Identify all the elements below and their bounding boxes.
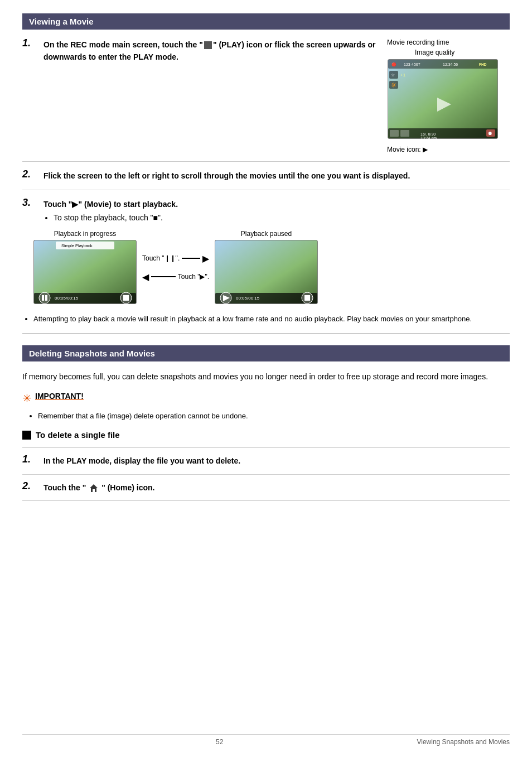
svg-text:FHD: FHD <box>479 62 487 66</box>
important-icon: ✳ <box>22 392 32 405</box>
page-footer: 52 Viewing Snapshots and Movies <box>22 734 510 746</box>
footer-page-number: 52 <box>216 738 223 746</box>
step-3-content: Touch "▶" (Movie) to start playback. To … <box>43 198 178 221</box>
svg-rect-14 <box>390 130 399 137</box>
touch-pause-label: Touch "❙❙". <box>142 254 180 262</box>
sub-section-header: To delete a single file <box>22 430 510 440</box>
delete-step-1: 1. In the PLAY mode, display the file yo… <box>22 447 510 474</box>
movie-icon-label: Movie icon: ▶ <box>387 146 510 153</box>
svg-text:+1: +1 <box>400 73 406 78</box>
delete-step-1-text: In the PLAY mode, display the file you w… <box>43 455 240 467</box>
sub-section-label: To delete a single file <box>36 430 120 440</box>
delete-step-2-text: Touch the " " (Home) icon. <box>43 481 154 494</box>
playback-paused-screen: 00:05/00:15 <box>215 240 318 304</box>
svg-rect-30 <box>123 295 129 301</box>
svg-rect-38 <box>304 295 310 301</box>
playback-diagrams: Playback in progress Simple Playback <box>33 230 510 306</box>
svg-text:16/. 6/30: 16/. 6/30 <box>420 132 436 136</box>
important-note-text: Remember that a file (image) delete oper… <box>38 411 510 422</box>
svg-rect-15 <box>400 130 409 137</box>
playback-paused-label: Playback paused <box>215 230 318 238</box>
svg-text:00:05/00:15: 00:05/00:15 <box>55 296 79 301</box>
playback-progress-area: Playback in progress Simple Playback <box>33 230 137 306</box>
svg-rect-1 <box>388 60 497 138</box>
step-1-text: On the REC mode main screen, touch the "… <box>43 38 376 64</box>
camera-annotations: Movie recording time Image quality <box>387 38 510 153</box>
svg-marker-39 <box>90 484 98 492</box>
step-1-number: 1. <box>22 37 38 64</box>
camera-screen-svg: 123-4567 🔴 12:34:56 FHD ☆ +1 🔆 <box>387 59 499 139</box>
svg-text:123-4567: 123-4567 <box>404 62 420 66</box>
step-3-container: 3. Touch "▶" (Movie) to start playback. … <box>22 190 510 325</box>
touch-play-label: Touch "▶". <box>178 273 209 281</box>
camera-screen-wrapper: 123-4567 🔴 12:34:56 FHD ☆ +1 🔆 <box>387 59 510 141</box>
footer-section-label: Viewing Snapshots and Movies <box>417 738 510 746</box>
step-3-number: 3. <box>22 197 38 221</box>
svg-text:🔴: 🔴 <box>391 62 396 67</box>
playback-paused-area: Playback paused <box>215 230 318 306</box>
step-1-right: Movie recording time Image quality <box>387 38 510 153</box>
svg-text:Simple Playback: Simple Playback <box>61 243 93 248</box>
viewing-header: Viewing a Movie <box>22 13 510 30</box>
section-divider <box>22 333 510 334</box>
step-3-bullet: To stop the playback, touch "■". <box>54 213 178 222</box>
svg-text:🔆: 🔆 <box>391 82 396 88</box>
deleting-header: Deleting Snapshots and Movies <box>22 345 510 361</box>
playback-note: Attempting to play back a movie will res… <box>33 314 510 325</box>
touch-pause-row: Touch "❙❙". ▶ <box>142 253 209 264</box>
deleting-section: Deleting Snapshots and Movies If memory … <box>22 345 510 502</box>
svg-text:⏺: ⏺ <box>487 131 492 136</box>
home-icon <box>89 484 98 493</box>
svg-point-25 <box>39 292 50 303</box>
right-arrow-icon: ▶ <box>202 253 209 264</box>
left-arrow-icon: ◀ <box>142 272 149 282</box>
step-2-text: Flick the screen to the left or right to… <box>43 170 410 182</box>
playback-note-text: Attempting to play back a movie will res… <box>33 314 510 325</box>
delete-step-2-number: 2. <box>22 480 38 494</box>
important-box: ✳ IMPORTANT! <box>22 392 510 405</box>
delete-step-1-number: 1. <box>22 454 38 467</box>
black-square-icon <box>22 431 31 440</box>
delete-step-2: 2. Touch the " " (Home) icon. <box>22 475 510 501</box>
important-note-list: Remember that a file (image) delete oper… <box>38 411 510 422</box>
touch-play-row: ◀ Touch "▶". <box>142 272 209 282</box>
deleting-intro: If memory becomes full, you can delete s… <box>22 370 510 383</box>
important-label: IMPORTANT! <box>35 392 84 401</box>
svg-text:☆: ☆ <box>391 73 395 78</box>
svg-text:00:05/00:15: 00:05/00:15 <box>236 296 260 301</box>
playback-progress-screen: Simple Playback 00:05/00:15 <box>33 240 137 304</box>
svg-rect-26 <box>42 295 44 301</box>
rec-time-label: Movie recording time <box>387 38 510 46</box>
step-2-row: 2. Flick the screen to the left or right… <box>22 162 510 190</box>
step-1-row: 1. On the REC mode main screen, touch th… <box>22 38 510 162</box>
step-1-left: 1. On the REC mode main screen, touch th… <box>22 38 376 153</box>
svg-text:10:24 am: 10:24 am <box>420 136 437 139</box>
step-3-text: Touch "▶" (Movie) to start playback. <box>43 198 178 210</box>
quality-label: Image quality <box>415 49 510 56</box>
svg-rect-27 <box>45 295 47 301</box>
playback-in-progress-label: Playback in progress <box>33 230 137 238</box>
touch-arrows-area: Touch "❙❙". ▶ ◀ Touch "▶". <box>142 253 209 282</box>
svg-text:12:34:56: 12:34:56 <box>443 62 458 66</box>
step-2-number: 2. <box>22 168 38 182</box>
viewing-section: Viewing a Movie 1. On the REC mode main … <box>22 13 510 325</box>
